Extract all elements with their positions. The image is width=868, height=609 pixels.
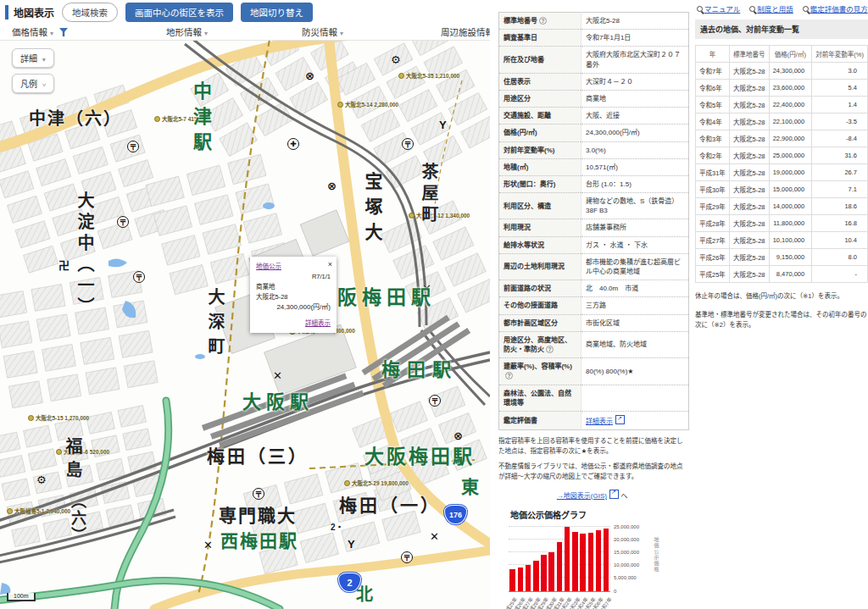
table-row: 令和3年大阪北5-2822,900,000-8.4 [696, 130, 868, 147]
property-value: 店舗兼事務所 [581, 219, 689, 236]
history-cell: 1.4 [812, 97, 868, 113]
history-cell: 平成25年 [696, 266, 730, 283]
history-column-header: 対前年変動率(%) [812, 46, 868, 63]
post-office-icon: 〒 [117, 216, 129, 228]
property-value: 大阪府大阪市北区大深町２０７番外 [581, 47, 689, 73]
property-value: 建物などの敷地、S（鉄骨造）38F B3 [581, 193, 689, 219]
help-link-label: 制度と用語 [757, 3, 793, 14]
property-value: 北 40.0m 市道 [581, 280, 689, 297]
help-icon[interactable]: ? [505, 372, 513, 379]
history-cell: 5.4 [812, 80, 868, 97]
property-value: 三方路 [581, 297, 689, 314]
price-marker[interactable]: 大阪北5-14 2,280,000 [337, 100, 398, 108]
table-row: 平成28年大阪北5-2811,800,00016.8 [696, 215, 868, 232]
property-label: 都市計画区域区分 [499, 314, 581, 331]
help-link-2[interactable]: 制度と用語 [749, 3, 793, 14]
property-value [581, 385, 689, 411]
property-row: 交通施設、距離大阪、近接 [499, 108, 689, 125]
property-label: 給排水等状況 [499, 236, 581, 253]
property-row: 標準地番号?大阪北5-28 [499, 13, 689, 30]
close-icon[interactable]: × [328, 258, 332, 270]
property-row: その他の接面道路三方路 [499, 297, 689, 314]
police-box-icon: ✕ [430, 530, 439, 543]
chart-title: 地価公示価格グラフ [510, 508, 693, 521]
area-label: 梅田（三） [207, 442, 309, 468]
gis-map-link[interactable]: →地図表示(GIS) [557, 492, 607, 500]
history-cell: 平成27年 [696, 232, 730, 249]
history-cell: 22,100,000 [769, 113, 812, 130]
property-value: 都市機能の集積が進む超高層ビル中心の商業地域 [581, 253, 689, 280]
history-cell: -3.5 [812, 113, 868, 130]
history-cell: 平成31年 [696, 164, 730, 181]
chevron-down-icon: ▾ [340, 30, 343, 37]
property-row: 周辺の土地利用現況都市機能の集積が進む超高層ビル中心の商業地域 [499, 253, 689, 280]
history-cell: 平成28年 [696, 215, 730, 232]
factory-icon: ⚙ [391, 53, 401, 66]
switch-map-button[interactable]: 地図切り替え [241, 3, 313, 22]
popup-price: 24,300,000(円/㎡) [256, 302, 331, 313]
show-center-block-button[interactable]: 画面中心の街区を表示 [125, 3, 233, 22]
bar-平成26年 [518, 567, 524, 591]
appraisal-report-link[interactable]: 詳細表示 [586, 418, 613, 425]
chart-ylabel: 地価公示価格 [653, 537, 660, 573]
property-row: 対前年変動率(%)3.0(%) [499, 141, 689, 158]
property-value: 24,300,000(円/㎡) [581, 125, 689, 141]
property-label: 地積(㎡) [499, 158, 581, 175]
police-station-icon: ⊗ [305, 69, 314, 82]
legend-button[interactable]: 凡例 ˅ [12, 74, 54, 93]
help-link-3[interactable]: 鑑定評価書の見方 [803, 3, 868, 14]
menu-label: 防災情報 [302, 27, 337, 37]
price-marker[interactable]: 大阪北5-15 1,270,000 [28, 413, 89, 422]
property-label: 周辺の土地利用現況 [499, 253, 581, 280]
area-label: 茶屋町 [417, 163, 442, 226]
menu-4-dropdown[interactable]: 周辺施設情報▾ [441, 25, 490, 38]
popup-detail-link[interactable]: 詳細表示 [305, 319, 331, 327]
y-tick-label: 20,000,000 [614, 537, 639, 542]
search-icon [697, 6, 703, 12]
bar-平成31年 [557, 542, 563, 591]
price-marker[interactable]: 大阪北5-29 19,800,000 [344, 479, 409, 487]
marker-dot-icon [28, 415, 34, 421]
property-row: 給排水等状況ガス ・ 水道 ・ 下水 [499, 236, 689, 253]
detail-level-label: 詳細 [20, 54, 37, 64]
marker-dot-icon [7, 508, 13, 514]
history-note-2: 基準地・標準地番号が変更された場合は、その初年の番号の次に（※2）を表示。 [695, 310, 868, 330]
price-marker[interactable]: 大阪福島5-1 2,940,000 [7, 507, 70, 515]
property-row: 所在及び地番大阪府大阪市北区大深町２０７番外 [499, 47, 689, 73]
detail-level-button[interactable]: 詳細 ▾ [12, 48, 54, 68]
bar-令和5年 [588, 533, 594, 590]
filter-icon[interactable] [59, 28, 68, 36]
menu-2-dropdown[interactable]: 地形情報▾ [166, 25, 208, 38]
bar-令和6年 [596, 530, 602, 591]
marker-dot-icon [398, 73, 404, 79]
menu-3-dropdown[interactable]: 防災情報▾ [302, 25, 343, 38]
history-cell: 14,000,000 [769, 198, 812, 215]
post-office-icon: 〒 [429, 395, 441, 407]
help-link-1[interactable]: マニュアル [697, 3, 740, 14]
property-label: 前面道路の状況 [499, 280, 581, 297]
menu-label: 地形情報 [166, 27, 202, 37]
station-label: 西梅田駅 [220, 527, 298, 552]
history-cell: 24,300,000 [769, 63, 812, 80]
help-icon[interactable]: ? [539, 17, 547, 25]
history-cell: 令和7年 [696, 63, 730, 80]
property-value: 80(%) 800(%)★ [581, 358, 689, 385]
area-search-button[interactable]: 地域検索 [62, 3, 118, 22]
table-row: 令和4年大阪北5-2822,100,000-3.5 [696, 113, 868, 130]
history-cell: 大阪北5-28 [729, 215, 769, 232]
menu-1-dropdown[interactable]: 価格情報▾ [12, 25, 68, 38]
table-row: 平成30年大阪北5-2815,000,0007.1 [696, 181, 868, 198]
property-row: 調査基準日令和7年1月1日 [499, 30, 689, 47]
help-icon[interactable]: ? [546, 346, 554, 353]
property-row: 都市計画区域区分市街化区域 [499, 314, 689, 331]
post-office-icon: 〒 [401, 551, 413, 563]
menu-label: 周辺施設情報 [441, 27, 490, 37]
property-value: ガス ・ 水道 ・ 下水 [581, 236, 689, 253]
bar-series [509, 527, 610, 591]
popup-number: 大阪北5-28 [256, 292, 331, 302]
y-tick-label: 5,000,000 [614, 575, 637, 580]
property-row: 地積(㎡)10,571(㎡) [499, 158, 689, 175]
bar-平成27年 [526, 565, 531, 591]
price-marker[interactable]: 大阪北5-35 1,210,000 [398, 71, 459, 80]
popup-title-link[interactable]: 地価公示 [256, 263, 281, 270]
